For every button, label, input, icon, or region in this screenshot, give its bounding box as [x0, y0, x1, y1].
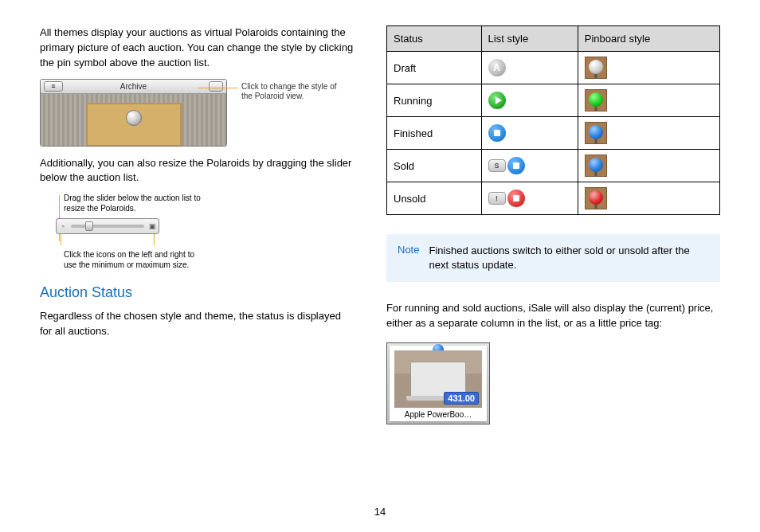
resize-paragraph: Additionally, you can also resize the Po… [40, 156, 355, 186]
slider-max-icon: ▣ [146, 219, 159, 233]
section-heading-auction-status: Auction Status [40, 284, 355, 301]
price-tag: 431.00 [444, 392, 479, 405]
figure-background [41, 94, 226, 146]
th-list-style: List style [481, 26, 578, 52]
dollar-badge-icon: S [488, 159, 506, 172]
status-intro-paragraph: Regardless of the chosen style and theme… [40, 309, 355, 339]
status-label-sold: Sold [387, 150, 482, 182]
polaroid-image: 431.00 [394, 350, 482, 408]
toolbar-title: Archive [120, 82, 147, 91]
pin-icon-draft [578, 52, 719, 84]
figure-toolbar: ≡ Archive [41, 80, 226, 94]
table-row: Sold S [387, 150, 720, 182]
slider-thumb [85, 221, 93, 231]
note-box: Note Finished auctions switch to either … [386, 234, 720, 282]
table-row: Unsold ! [387, 182, 720, 215]
callout-min-max: Click the icons on the left and right to… [64, 250, 207, 270]
th-status: Status [387, 26, 482, 52]
table-header-row: Status List style Pinboard style [387, 26, 720, 52]
table-row: Running [387, 84, 720, 117]
note-text: Finished auctions switch to either sold … [429, 244, 709, 272]
th-pinboard-style: Pinboard style [578, 26, 719, 52]
stop-icon [494, 130, 500, 136]
pin-icon-running [578, 84, 719, 117]
pin-icon-finished [578, 117, 719, 150]
status-table: Status List style Pinboard style Draft A… [386, 25, 720, 215]
stop-icon [513, 162, 519, 169]
toolbar-back-button: ≡ [44, 81, 63, 92]
table-row: Draft A [387, 52, 720, 84]
resize-slider-figure: ▫ ▣ [56, 218, 159, 234]
list-icon-sold: S [481, 150, 578, 182]
list-icon-finished [481, 117, 578, 150]
status-label-running: Running [387, 84, 482, 117]
status-label-unsold: Unsold [387, 182, 482, 215]
page-number: 14 [374, 506, 386, 518]
note-label: Note [398, 244, 419, 272]
status-label-draft: Draft [387, 52, 482, 84]
intro-paragraph: All themes display your auctions as virt… [40, 25, 355, 71]
slider-min-icon: ▫ [57, 219, 69, 233]
pin-icon-unsold [578, 182, 719, 215]
pin-knob-icon [126, 110, 142, 126]
callout-drag-slider: Drag the slider below the auction list t… [64, 194, 223, 213]
list-icon-running [481, 84, 578, 117]
table-row: Finished [387, 117, 720, 150]
slider-track [71, 225, 144, 228]
list-icon-unsold: ! [481, 182, 578, 215]
status-label-finished: Finished [387, 117, 482, 150]
polaroid-caption: Apple PowerBoo… [394, 408, 482, 420]
stop-icon [513, 195, 519, 201]
callout-style-change: Click to change the style of the Polaroi… [241, 82, 345, 102]
play-icon [496, 96, 502, 104]
archive-toolbar-figure: ≡ Archive [40, 79, 227, 147]
price-paragraph: For running and sold auctions, iSale wil… [386, 301, 720, 331]
pin-icon-sold [578, 150, 719, 182]
list-icon-draft: A [481, 52, 578, 84]
exclaim-badge-icon: ! [488, 192, 506, 205]
toolbar-style-button [209, 81, 223, 92]
letter-a-icon: A [493, 62, 500, 73]
price-polaroid-figure: 431.00 Apple PowerBoo… [386, 342, 490, 424]
